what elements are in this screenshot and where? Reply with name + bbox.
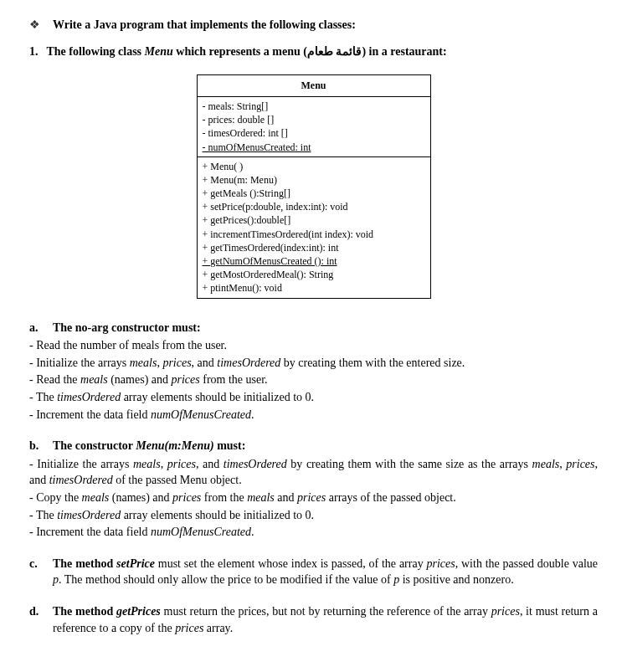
op: + ptintMenu(): void bbox=[203, 281, 425, 295]
op: + getPrices():double[] bbox=[203, 213, 425, 227]
op: + getMostOrderedMeal(): String bbox=[203, 268, 425, 281]
bullet: - The timesOrdered array elements should… bbox=[29, 507, 598, 524]
attr-static: - numOfMenusCreated: int bbox=[203, 141, 425, 154]
bullet: - Read the meals (names) and prices from… bbox=[29, 372, 598, 388]
section-b: b. The constructor Menu(m:Menu) must: - … bbox=[29, 438, 598, 541]
op: + incrementTimesOrdered(int index): void bbox=[203, 228, 425, 241]
label-b: b. bbox=[29, 438, 44, 454]
bullet-diamond: ❖ bbox=[29, 17, 40, 33]
bullet: - Read the number of meals from the user… bbox=[29, 337, 598, 354]
attr: - prices: double [] bbox=[203, 113, 425, 126]
t: The following class bbox=[47, 45, 145, 58]
bullet: - Initialize the arrays meals, prices, a… bbox=[29, 456, 598, 489]
op: + setPrice(p:double, index:int): void bbox=[203, 200, 425, 213]
uml-operations: + Menu( ) + Menu(m: Menu) + getMeals ():… bbox=[197, 156, 430, 298]
op: + getMeals ():String[] bbox=[203, 187, 425, 200]
label-c: c. bbox=[29, 556, 44, 572]
arabic: (قائمة طعام) bbox=[303, 45, 366, 58]
section-c: c. The method setPrice must set the elem… bbox=[29, 556, 598, 588]
op: + Menu(m: Menu) bbox=[203, 173, 425, 187]
t: in a restaurant: bbox=[366, 45, 447, 58]
class-name: Menu bbox=[145, 45, 173, 58]
attr: - meals: String[] bbox=[203, 100, 425, 113]
item-text: The following class Menu which represent… bbox=[47, 44, 447, 60]
uml-diagram: Menu - meals: String[] - prices: double … bbox=[29, 74, 598, 298]
body-c: The method setPrice must set the element… bbox=[53, 556, 598, 588]
head-b: The constructor Menu(m:Menu) must: bbox=[53, 438, 245, 454]
attr: - timesOrdered: int [] bbox=[203, 126, 425, 140]
body-d: The method getPrices must return the pri… bbox=[53, 603, 598, 636]
header-text: Write a Java program that implements the… bbox=[53, 17, 356, 33]
label-a: a. bbox=[29, 320, 44, 336]
bullet: - Increment the data field numOfMenusCre… bbox=[29, 407, 598, 423]
bullet: - Copy the meals (names) and prices from… bbox=[29, 490, 598, 506]
item-1: 1. The following class Menu which repres… bbox=[29, 44, 598, 60]
uml-attributes: - meals: String[] - prices: double [] - … bbox=[197, 96, 430, 156]
op-static: + getNumOfMenusCreated (): int bbox=[203, 254, 425, 268]
label-d: d. bbox=[29, 603, 44, 620]
op: + getTimesOrdered(index:int): int bbox=[203, 241, 425, 254]
bullet: - The timesOrdered array elements should… bbox=[29, 389, 598, 406]
op: + Menu( ) bbox=[203, 160, 425, 173]
uml-title: Menu bbox=[197, 75, 430, 97]
head-a: The no-arg constructor must: bbox=[53, 320, 201, 336]
t: which represents a menu bbox=[173, 45, 303, 58]
header: ❖ Write a Java program that implements t… bbox=[29, 17, 598, 33]
bullet: - Initialize the arrays meals, prices, a… bbox=[29, 355, 598, 372]
section-d: d. The method getPrices must return the … bbox=[29, 603, 598, 636]
item-number: 1. bbox=[29, 44, 39, 60]
section-a: a. The no-arg constructor must: - Read t… bbox=[29, 320, 598, 423]
bullet: - Increment the data field numOfMenusCre… bbox=[29, 524, 598, 541]
